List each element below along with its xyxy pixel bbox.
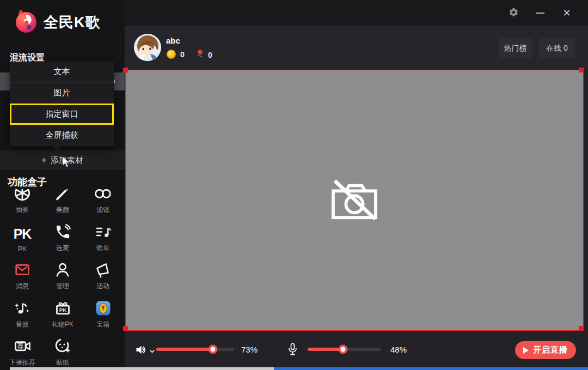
resize-handle-bottom-left[interactable] xyxy=(123,326,128,331)
resize-handle-top-right[interactable] xyxy=(579,68,584,72)
gift-box-pk-icon: PK xyxy=(54,298,72,317)
menu-item-image[interactable]: 图片 xyxy=(10,83,114,104)
mic-volume-value: 48% xyxy=(390,345,407,354)
close-button[interactable]: ✕ xyxy=(559,5,575,21)
coin-icon xyxy=(167,50,176,59)
minimize-icon xyxy=(536,13,544,14)
speaker-icon xyxy=(135,344,147,358)
video-camera-recommend-icon: 荐 xyxy=(14,336,32,355)
toolbox-item-treasure[interactable]: 宝箱 xyxy=(83,295,123,333)
close-icon: ✕ xyxy=(562,8,571,18)
toolbox-item-beauty[interactable]: 美颜 xyxy=(42,181,83,219)
filter-lenses-icon xyxy=(94,189,112,202)
flower-counter: 0 xyxy=(197,49,212,61)
mic-icon xyxy=(288,349,297,358)
toolbox-item-gift-pk[interactable]: PK 礼物PK xyxy=(42,295,83,333)
speaker-volume-slider[interactable] xyxy=(156,348,234,351)
toolbox-grid: 抽奖 美颜 滤镜 PK PK xyxy=(2,181,123,370)
chevron-down-icon xyxy=(149,346,155,356)
minimize-button[interactable] xyxy=(532,5,548,21)
username: abc xyxy=(166,36,180,45)
gear-icon xyxy=(509,7,519,20)
song-list-icon xyxy=(95,222,112,240)
resize-handle-bottom-right[interactable] xyxy=(579,326,584,331)
flower-icon xyxy=(197,49,204,61)
menu-caret xyxy=(52,146,61,150)
red-envelope-icon xyxy=(14,260,31,278)
sticker-smiley-icon xyxy=(54,336,72,355)
camera-off-icon xyxy=(328,177,381,224)
start-live-button[interactable]: 开启直播 xyxy=(515,341,576,359)
toolbox-empty-cell xyxy=(83,333,123,370)
mic-volume-slider[interactable] xyxy=(308,348,381,351)
flower-count: 0 xyxy=(208,51,212,59)
toolbox-item-mic-link[interactable]: 连麦 xyxy=(42,219,83,257)
speaker-volume-knob[interactable] xyxy=(209,345,218,354)
speaker-volume-value: 73% xyxy=(241,345,258,354)
toolbox-item-admin[interactable]: 管理 xyxy=(42,257,83,295)
pk-text-icon: PK xyxy=(14,223,32,242)
beauty-wand-icon xyxy=(53,189,72,202)
coin-counter: 0 xyxy=(167,50,185,59)
app-brand: 全民K歌 xyxy=(14,9,101,36)
prize-wheel-icon xyxy=(13,189,32,202)
megaphone-icon xyxy=(95,260,112,278)
stream-preview[interactable] xyxy=(125,70,584,331)
settings-button[interactable] xyxy=(505,5,522,21)
toolbox-item-filter[interactable]: 滤镜 xyxy=(83,181,123,219)
svg-text:荐: 荐 xyxy=(16,342,23,350)
add-source-menu: 文本 图片 指定窗口 全屏捕获 xyxy=(10,62,114,146)
avatar[interactable] xyxy=(134,34,161,61)
menu-item-fullscreen-capture[interactable]: 全屏捕获 xyxy=(10,125,114,146)
plus-icon: + xyxy=(41,155,47,166)
phone-icon xyxy=(54,222,71,240)
mic-control[interactable] xyxy=(288,343,297,359)
app-title: 全民K歌 xyxy=(44,13,101,32)
menu-item-window-capture[interactable]: 指定窗口 xyxy=(10,104,114,125)
svg-text:PK: PK xyxy=(59,307,66,313)
mic-volume-knob[interactable] xyxy=(338,345,347,354)
speaker-volume-fill xyxy=(156,348,213,351)
mic-volume-fill xyxy=(308,348,343,351)
toolbox-item-stream-recommend[interactable]: 荐 下播推荐 xyxy=(2,333,42,370)
toolbox-title: 功能盒子 xyxy=(8,175,47,189)
toolbox-item-activity[interactable]: 活动 xyxy=(83,257,123,295)
mouse-cursor-icon xyxy=(62,156,71,170)
toolbox-item-messages[interactable]: 消息 xyxy=(2,257,42,295)
coin-count: 0 xyxy=(180,50,185,59)
toolbox-item-songlist[interactable]: 歌单 xyxy=(83,219,123,257)
play-icon xyxy=(523,347,529,354)
treasure-chest-icon xyxy=(95,298,112,317)
toolbox-item-pk[interactable]: PK PK xyxy=(2,219,42,257)
start-live-label: 开启直播 xyxy=(533,345,568,355)
toolbox-item-sound-effects[interactable]: 音效 xyxy=(2,295,42,333)
online-count-button[interactable]: 在线 0 xyxy=(539,38,575,58)
speaker-control[interactable] xyxy=(135,344,155,358)
wesing-live-window: ✕ 全民K歌 混流设置 文本 图片 xyxy=(0,0,588,370)
taskbar-strip-blue xyxy=(274,367,588,370)
music-note-sparkles-icon xyxy=(14,298,32,317)
toolbox-item-sticker[interactable]: 贴纸 xyxy=(42,333,83,370)
hot-list-button[interactable]: 热门榜 xyxy=(499,38,532,58)
person-icon xyxy=(54,260,71,278)
window-controls: ✕ xyxy=(505,5,575,21)
menu-item-text[interactable]: 文本 xyxy=(10,62,114,83)
app-logo-icon xyxy=(14,9,38,36)
resize-handle-top-left[interactable] xyxy=(123,68,128,72)
